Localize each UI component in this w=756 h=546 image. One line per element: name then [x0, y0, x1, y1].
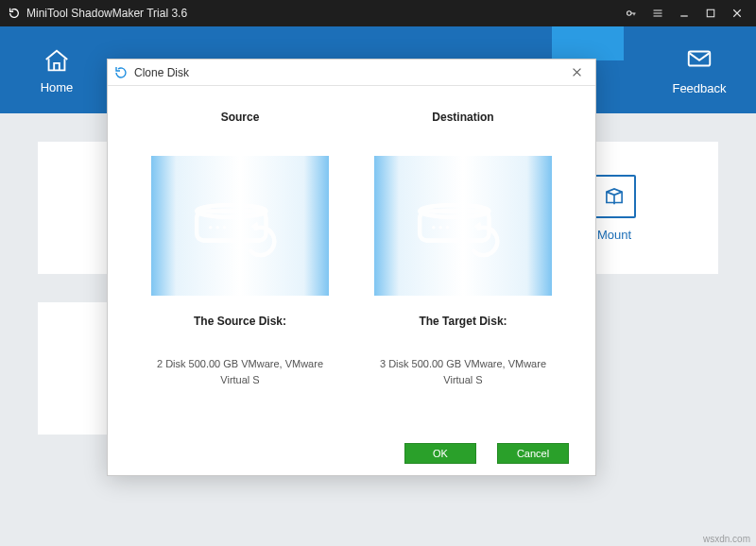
cancel-button[interactable]: Cancel	[497, 443, 569, 464]
ok-button-label: OK	[433, 448, 448, 459]
disk-sync-icon	[188, 184, 292, 267]
source-heading: Source	[221, 111, 260, 124]
disk-sync-icon	[411, 184, 515, 267]
dialog-footer: OK Cancel	[108, 437, 595, 475]
watermark: wsxdn.com	[703, 534, 750, 544]
source-column: Source The Source Dis	[134, 94, 346, 437]
dialog-body: Source The Source Dis	[108, 86, 595, 437]
dialog-title: Clone Disk	[134, 66, 189, 79]
modal-backdrop: Clone Disk Source	[0, 0, 756, 546]
source-disk-label: The Source Disk:	[194, 315, 286, 328]
source-disk-tile[interactable]	[151, 156, 329, 296]
destination-column: Destination The Targe	[357, 94, 569, 437]
target-disk-description: 3 Disk 500.00 GB VMware, VMware Virtual …	[364, 356, 562, 387]
dialog-app-icon	[113, 65, 129, 80]
svg-point-8	[209, 226, 213, 230]
svg-point-9	[215, 226, 219, 230]
clone-disk-dialog: Clone Disk Source	[107, 59, 596, 476]
svg-point-10	[223, 226, 227, 230]
source-disk-description: 2 Disk 500.00 GB VMware, VMware Virtual …	[141, 356, 339, 387]
dialog-titlebar: Clone Disk	[108, 60, 595, 86]
svg-point-14	[438, 226, 442, 230]
svg-point-15	[446, 226, 450, 230]
svg-point-13	[432, 226, 436, 230]
dialog-close-button[interactable]	[561, 60, 592, 86]
ok-button[interactable]: OK	[404, 443, 476, 464]
target-disk-label: The Target Disk:	[419, 315, 507, 328]
destination-heading: Destination	[432, 111, 493, 124]
destination-disk-tile[interactable]	[374, 156, 552, 296]
cancel-button-label: Cancel	[517, 448, 549, 459]
